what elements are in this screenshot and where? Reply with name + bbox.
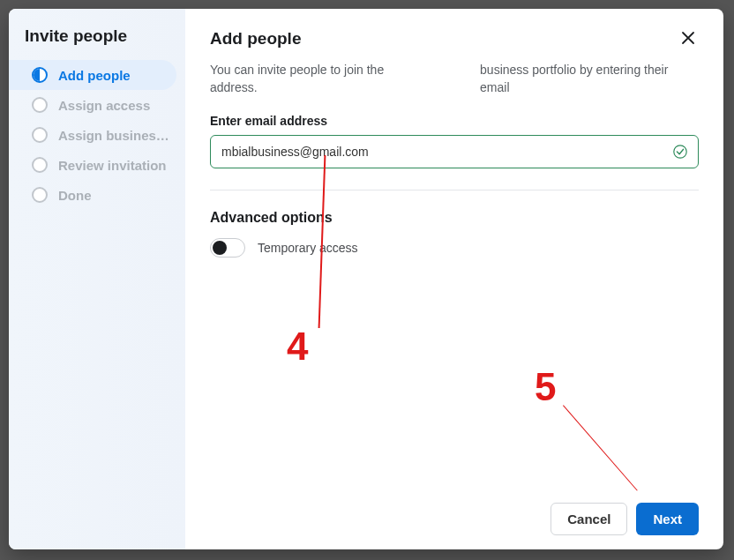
svg-point-0 — [674, 146, 686, 158]
annotation-5: 5 — [535, 365, 556, 409]
step-add-people[interactable]: Add people — [9, 60, 176, 90]
step-circle-icon — [32, 187, 48, 203]
next-button[interactable]: Next — [636, 503, 699, 535]
step-label: Assign access — [58, 98, 150, 113]
subtext: You can invite people to join the addres… — [210, 62, 699, 96]
step-review-invitation[interactable]: Review invitation — [9, 150, 185, 180]
temporary-access-toggle[interactable] — [210, 238, 245, 258]
email-label: Enter email address — [210, 114, 699, 128]
step-assign-business-assets[interactable]: Assign business a... — [9, 120, 185, 150]
annotation-5-line — [563, 405, 638, 490]
email-input-wrap — [210, 135, 699, 168]
sidebar: Invite people Add people Assign access A… — [9, 9, 185, 549]
subtext-right: business portfolio by entering their ema… — [480, 62, 699, 96]
check-circle-icon — [672, 144, 688, 160]
advanced-options-title: Advanced options — [210, 210, 699, 226]
divider — [210, 190, 699, 190]
step-circle-icon — [32, 97, 48, 113]
step-assign-access[interactable]: Assign access — [9, 90, 185, 120]
temporary-access-row: Temporary access — [210, 238, 699, 258]
footer: Cancel Next — [210, 503, 699, 535]
step-circle-icon — [32, 127, 48, 143]
sidebar-title: Invite people — [9, 26, 185, 60]
step-circle-active-icon — [32, 67, 48, 83]
main-header: Add people — [210, 26, 699, 51]
temporary-access-label: Temporary access — [258, 241, 358, 255]
close-icon — [681, 31, 695, 45]
step-label: Assign business a... — [58, 128, 173, 143]
step-done[interactable]: Done — [9, 180, 185, 210]
page-title: Add people — [210, 29, 301, 49]
subtext-left: You can invite people to join the addres… — [210, 62, 432, 96]
invite-people-modal: Invite people Add people Assign access A… — [9, 9, 723, 549]
email-input[interactable] — [210, 135, 699, 168]
step-circle-icon — [32, 157, 48, 173]
annotation-4: 4 — [287, 325, 308, 369]
step-label: Add people — [58, 68, 131, 83]
step-label: Review invitation — [58, 158, 167, 173]
step-label: Done — [58, 188, 92, 203]
cancel-button[interactable]: Cancel — [550, 503, 627, 535]
close-button[interactable] — [678, 26, 699, 51]
main-panel: Add people You can invite people to join… — [185, 9, 723, 549]
